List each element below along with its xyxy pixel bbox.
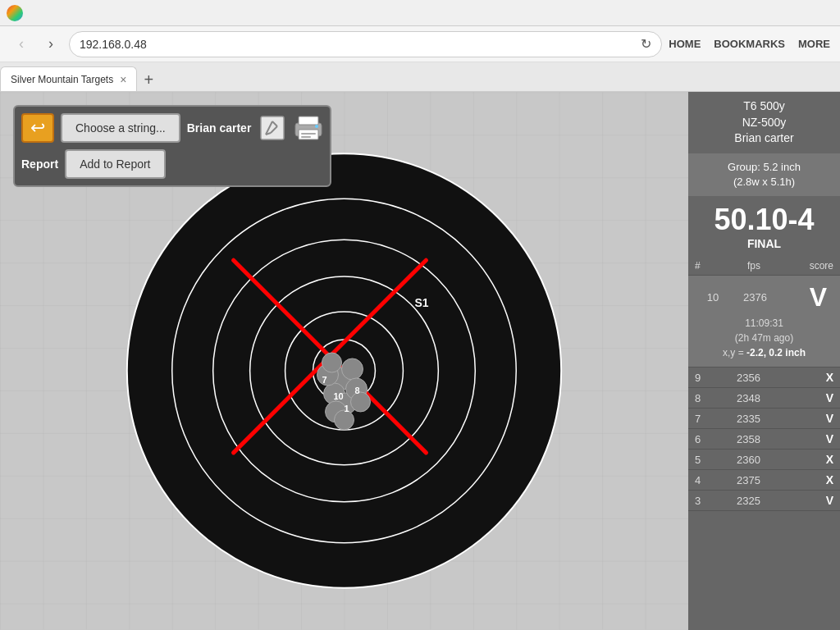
xy-label: x,y = xyxy=(723,347,744,358)
shot-fps: 2348 xyxy=(718,392,760,404)
svg-rect-26 xyxy=(261,116,284,139)
shot-fps: 2325 xyxy=(718,495,760,507)
new-tab-button[interactable]: + xyxy=(137,68,160,91)
popup-row1: ↩ Choose a string... Brian carter xyxy=(21,113,323,143)
table-row: 4 2375 X xyxy=(688,470,840,491)
col-header-num: # xyxy=(695,260,718,272)
panel-title-line3: Brian carter xyxy=(695,130,833,147)
address-text: 192.168.0.48 xyxy=(80,38,147,51)
table-row: 7 2335 V xyxy=(688,409,840,429)
edit-icon xyxy=(259,115,285,141)
shot-score: V xyxy=(760,432,833,445)
shot-num: 9 xyxy=(695,372,718,384)
svg-text:10: 10 xyxy=(334,391,344,401)
back-arrow-button[interactable]: ↩ xyxy=(21,113,54,143)
reload-button[interactable]: ↻ xyxy=(641,36,651,52)
shot-score: X xyxy=(760,371,833,384)
col-header-score: score xyxy=(760,260,833,272)
featured-shot-score: V xyxy=(767,282,827,313)
score-table: # fps score 10 2376 V 11:09:31 (2h 47m a… xyxy=(688,257,840,630)
final-score: 50.10-4 xyxy=(695,203,833,237)
user-name-label: Brian carter xyxy=(187,121,252,135)
svg-text:1: 1 xyxy=(344,404,349,413)
shot-fps: 2356 xyxy=(718,372,760,384)
back-arrow-icon: ↩ xyxy=(30,117,45,139)
add-to-report-button[interactable]: Add to Report xyxy=(65,149,165,179)
shot-num: 5 xyxy=(695,454,718,466)
svg-rect-35 xyxy=(301,136,311,138)
tab-close-button[interactable]: × xyxy=(120,73,126,86)
panel-group-info: Group: 5.2 inch (2.8w x 5.1h) xyxy=(688,153,840,196)
nav-bookmarks[interactable]: BOOKMARKS xyxy=(714,38,785,50)
report-label: Report xyxy=(21,158,58,171)
svg-point-20 xyxy=(322,353,342,372)
shot-score: V xyxy=(760,412,833,425)
featured-shot-ago: (2h 47m ago) xyxy=(695,331,833,345)
table-row: 3 2325 V xyxy=(688,491,840,511)
popup-toolbar: ↩ Choose a string... Brian carter xyxy=(13,105,331,187)
address-bar[interactable]: 192.168.0.48 ↻ xyxy=(69,31,662,57)
shot-num: 6 xyxy=(695,433,718,445)
print-icon-button[interactable] xyxy=(294,113,323,143)
shot-score: V xyxy=(760,391,833,404)
shot-score: V xyxy=(760,494,833,507)
svg-text:8: 8 xyxy=(354,386,359,395)
nav-home[interactable]: HOME xyxy=(669,38,701,50)
final-label: FINAL xyxy=(695,237,833,250)
panel-score: 50.10-4 FINAL xyxy=(688,196,840,257)
svg-text:S1: S1 xyxy=(414,296,428,309)
featured-shot-row: 10 2376 V xyxy=(695,282,833,316)
panel-title-line1: T6 500y xyxy=(695,98,833,115)
group-detail: (2.8w x 5.1h) xyxy=(695,175,833,189)
content-area: 7 10 1 8 S1 ↩ Choose a string... Brian c… xyxy=(0,92,840,630)
panel-header: T6 500y NZ-500y Brian carter xyxy=(688,92,840,153)
shot-num: 7 xyxy=(695,413,718,425)
edit-icon-button[interactable] xyxy=(258,113,287,143)
xy-value: -2.2, 0.2 inch xyxy=(746,347,806,358)
shot-num: 8 xyxy=(695,392,718,404)
table-row: 6 2358 V xyxy=(688,429,840,450)
featured-shot: 10 2376 V 11:09:31 (2h 47m ago) x,y = -2… xyxy=(688,276,840,368)
featured-shot-time: 11:09:31 xyxy=(695,316,833,331)
tab-bar: Silver Mountain Targets × + xyxy=(0,62,840,92)
panel-title-line2: NZ-500y xyxy=(695,115,833,131)
svg-text:7: 7 xyxy=(322,375,327,385)
featured-v-score: V xyxy=(810,282,827,312)
col-header-fps: fps xyxy=(718,260,760,272)
browser-icon xyxy=(7,5,23,21)
browser-titlebar xyxy=(0,0,840,26)
shot-num: 3 xyxy=(695,495,718,507)
right-panel: T6 500y NZ-500y Brian carter Group: 5.2 … xyxy=(688,92,840,630)
svg-rect-34 xyxy=(301,133,316,135)
shot-score: X xyxy=(760,453,833,466)
popup-row2: Report Add to Report xyxy=(21,149,323,179)
tab-silver-mountain[interactable]: Silver Mountain Targets × xyxy=(0,66,137,91)
tab-title: Silver Mountain Targets xyxy=(11,74,113,85)
shots-list: 9 2356 X 8 2348 V 7 2335 V 6 2358 V 5 23… xyxy=(688,368,840,511)
print-icon xyxy=(294,115,323,141)
svg-point-36 xyxy=(315,125,318,128)
browser-toolbar: ‹ › 192.168.0.48 ↻ HOME BOOKMARKS MORE xyxy=(0,26,840,62)
featured-shot-fps: 2376 xyxy=(724,291,767,304)
svg-point-12 xyxy=(342,358,363,380)
shot-fps: 2360 xyxy=(718,454,760,466)
browser-nav-links: HOME BOOKMARKS MORE xyxy=(669,38,830,50)
nav-more[interactable]: MORE xyxy=(798,38,830,50)
back-button[interactable]: ‹ xyxy=(10,33,33,56)
shot-fps: 2358 xyxy=(718,433,760,445)
table-row: 9 2356 X xyxy=(688,368,840,388)
table-row: 5 2360 X xyxy=(688,450,840,470)
score-table-header: # fps score xyxy=(688,257,840,276)
svg-point-19 xyxy=(350,392,370,412)
shot-num: 4 xyxy=(695,474,718,486)
forward-button[interactable]: › xyxy=(39,33,62,56)
featured-shot-xy: x,y = -2.2, 0.2 inch xyxy=(695,345,833,360)
shot-score: X xyxy=(760,473,833,486)
shot-fps: 2335 xyxy=(718,413,760,425)
table-row: 8 2348 V xyxy=(688,388,840,409)
featured-shot-num: 10 xyxy=(701,291,724,304)
target-area: 7 10 1 8 S1 ↩ Choose a string... Brian c… xyxy=(0,92,688,630)
choose-string-button[interactable]: Choose a string... xyxy=(61,113,180,143)
svg-rect-33 xyxy=(299,116,318,125)
group-label: Group: 5.2 inch xyxy=(695,160,833,175)
